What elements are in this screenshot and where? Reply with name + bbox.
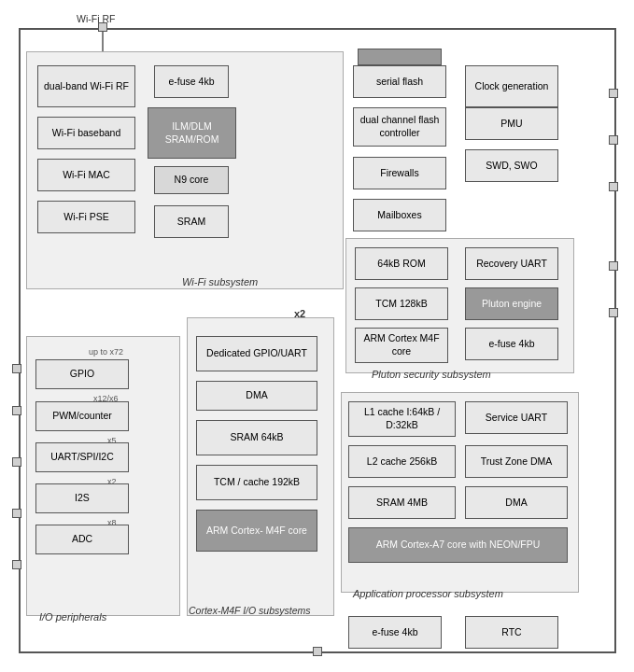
arm-cortex-m4f-core-block: ARM Cortex- M4F core <box>196 510 317 552</box>
left-connector-2 <box>12 406 21 415</box>
efuse-bottom-block: e-fuse 4kb <box>348 616 442 649</box>
serial-flash-tab <box>358 49 442 65</box>
dual-channel-block: dual channel flash controller <box>353 107 446 147</box>
dedicated-gpio-block: Dedicated GPIO/UART <box>196 336 317 371</box>
pmu-block: PMU <box>465 107 558 140</box>
gpio-block: GPIO <box>35 359 129 389</box>
wifi-rf-connector <box>98 22 107 32</box>
dma-app-block: DMA <box>465 486 568 519</box>
right-connector-4 <box>609 261 618 271</box>
serial-flash-block: serial flash <box>353 65 446 98</box>
n9-core-block: N9 core <box>154 166 229 194</box>
cortex-m4f-subsystem-label: Cortex-M4F I/O subsystems <box>189 605 311 616</box>
wifi-pse-block: Wi-Fi PSE <box>37 201 135 233</box>
tcm-128kb-block: TCM 128kB <box>355 287 448 320</box>
wifi-subsystem-label: Wi-Fi subsystem <box>182 276 258 287</box>
pluton-engine-block: Pluton engine <box>465 287 558 320</box>
diagram: Wi-Fi RF Wi-Fi subsystem dual-band Wi-Fi… <box>0 0 634 672</box>
left-connector-5 <box>12 560 21 569</box>
efuse-pluton-block: e-fuse 4kb <box>465 328 558 360</box>
recovery-uart-block: Recovery UART <box>465 247 558 280</box>
i2s-block: I2S <box>35 483 129 513</box>
left-connector-4 <box>12 509 21 518</box>
l1-cache-block: L1 cache I:64kB / D:32kB <box>348 401 456 437</box>
pluton-subsystem-label: Pluton security subsystem <box>372 369 491 380</box>
uart-spi-i2c-block: UART/SPI/I2C <box>35 442 129 472</box>
rom-64kb-block: 64kB ROM <box>355 247 448 280</box>
left-connector-3 <box>12 457 21 467</box>
trust-zone-block: Trust Zone DMA <box>465 445 568 478</box>
swd-swo-block: SWD, SWO <box>465 149 558 182</box>
right-connector-2 <box>609 135 618 145</box>
up-to-x72-label: up to x72 <box>89 347 123 357</box>
right-connector-5 <box>609 308 618 317</box>
mailboxes-block: Mailboxes <box>353 199 446 231</box>
sram-4mb-block: SRAM 4MB <box>348 486 456 519</box>
dual-band-wifi-block: dual-band Wi-Fi RF <box>37 65 135 107</box>
clock-gen-block: Clock generation <box>465 65 558 107</box>
bottom-connector <box>313 647 322 656</box>
wifi-rf-label: Wi-Fi RF <box>77 13 115 24</box>
app-subsystem-label: Application processor subsystem <box>353 588 503 599</box>
firewalls-block: Firewalls <box>353 157 446 189</box>
sram-64kb-block: SRAM 64kB <box>196 420 317 455</box>
left-connector-1 <box>12 364 21 373</box>
pwm-counter-block: PWM/counter <box>35 401 129 431</box>
right-connector-3 <box>609 182 618 191</box>
wifi-mac-block: Wi-Fi MAC <box>37 159 135 191</box>
sram-wifi-block: SRAM <box>154 205 229 238</box>
arm-cortex-m4f-pluton-block: ARM Cortex M4F core <box>355 328 448 363</box>
serial-flash-area: serial flash <box>353 49 437 65</box>
efuse-top-block: e-fuse 4kb <box>154 65 229 98</box>
right-connector-1 <box>609 89 618 98</box>
arm-cortex-a7-block: ARM Cortex-A7 core with NEON/FPU <box>348 527 568 563</box>
x2-label: x2 <box>294 308 305 319</box>
dma-cortex-block: DMA <box>196 381 317 411</box>
service-uart-block: Service UART <box>465 401 568 434</box>
adc-block: ADC <box>35 525 129 554</box>
wifi-baseband-block: Wi-Fi baseband <box>37 117 135 149</box>
l2-cache-block: L2 cache 256kB <box>348 445 456 478</box>
tcm-cache-block: TCM / cache 192kB <box>196 465 317 500</box>
io-peripherals-label: I/O peripherals <box>39 611 106 623</box>
rtc-block: RTC <box>465 616 558 649</box>
ilm-dlm-block: ILM/DLM SRAM/ROM <box>148 107 236 159</box>
